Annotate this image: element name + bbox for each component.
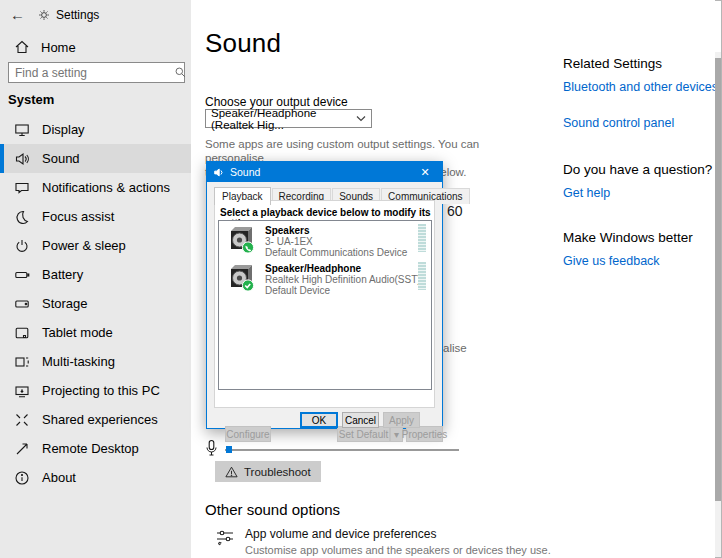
properties-button[interactable]: Properties	[406, 426, 443, 442]
search-icon[interactable]	[174, 66, 192, 79]
dialog-confirm-row: OK Cancel Apply	[207, 412, 444, 428]
device-row-speakers[interactable]: Speakers 3- UA-1EX Default Communication…	[219, 223, 431, 259]
page-scrollbar[interactable]	[715, 52, 721, 557]
related-settings-heading: Related Settings	[563, 56, 722, 71]
device-row-speaker-headphone[interactable]: Speaker/Headphone Realtek High Definitio…	[219, 261, 431, 297]
sidebar-section-label: System	[8, 92, 54, 107]
link-bluetooth-devices[interactable]: Bluetooth and other devices	[563, 80, 722, 94]
link-sound-control-panel[interactable]: Sound control panel	[563, 116, 722, 130]
playback-device-list[interactable]: Speakers 3- UA-1EX Default Communication…	[218, 220, 432, 390]
sidebar-nav: Display Sound Notifications & actions Fo…	[0, 115, 191, 492]
other-sound-options-heading: Other sound options	[205, 501, 340, 518]
sidebar-item-power-sleep[interactable]: Power & sleep	[0, 231, 191, 260]
output-device-value: Speaker/Headphone (Realtek Hig...	[211, 107, 356, 131]
sidebar-item-multitasking[interactable]: Multi-tasking	[0, 347, 191, 376]
search-box[interactable]	[8, 62, 185, 83]
storage-icon	[14, 296, 30, 312]
dialog-close-icon[interactable]: ✕	[414, 166, 436, 179]
info-icon	[14, 470, 30, 486]
back-button[interactable]: ←	[10, 6, 25, 23]
sidebar-item-label: Display	[42, 122, 85, 137]
troubleshoot-button[interactable]: Troubleshoot	[215, 461, 321, 482]
device-detail: Realtek High Definition Audio(SST)	[265, 274, 421, 285]
mic-level-fill	[226, 446, 232, 453]
sidebar: ← Settings Home	[0, 0, 191, 558]
dialog-titlebar[interactable]: Sound ✕	[207, 162, 442, 182]
sidebar-item-label: Sound	[42, 151, 80, 166]
question-heading: Do you have a question?	[563, 162, 722, 177]
speaker-icon	[14, 151, 30, 167]
sidebar-item-label: Notifications & actions	[42, 180, 170, 195]
sidebar-item-label: Multi-tasking	[42, 354, 115, 369]
warning-icon	[225, 466, 238, 478]
volume-meter	[418, 224, 426, 252]
app-titlebar: Settings	[38, 8, 99, 22]
app-volume-item[interactable]: App volume and device preferences Custom…	[215, 527, 551, 556]
sidebar-item-shared-experiences[interactable]: Shared experiences	[0, 405, 191, 434]
settings-window: ← Settings Home	[0, 0, 722, 558]
sidebar-item-label: Power & sleep	[42, 238, 126, 253]
sidebar-item-label: Storage	[42, 296, 88, 311]
ok-button[interactable]: OK	[300, 412, 338, 428]
microphone-level-row	[204, 439, 684, 461]
app-volume-title: App volume and device preferences	[245, 527, 551, 541]
apply-button[interactable]: Apply	[383, 412, 420, 428]
master-volume-value: 60	[447, 203, 463, 219]
remote-desktop-icon	[14, 441, 30, 457]
volume-meter	[418, 262, 426, 290]
phone-badge	[242, 242, 253, 253]
search-input[interactable]	[9, 66, 174, 80]
device-status: Default Communications Device	[265, 247, 407, 258]
related-settings-panel: Related Settings Bluetooth and other dev…	[563, 56, 722, 268]
link-get-help[interactable]: Get help	[563, 186, 722, 200]
sidebar-item-label: About	[42, 470, 76, 485]
sidebar-item-focus-assist[interactable]: Focus assist	[0, 202, 191, 231]
page-title: Sound	[205, 28, 281, 59]
projecting-icon	[14, 383, 30, 399]
moon-icon	[14, 209, 30, 225]
device-status: Default Device	[265, 285, 421, 296]
sidebar-item-home[interactable]: Home	[0, 34, 191, 60]
dialog-title: Sound	[230, 166, 408, 178]
device-name: Speakers	[265, 225, 407, 236]
monitor-icon	[14, 122, 30, 138]
troubleshoot-label: Troubleshoot	[244, 466, 311, 478]
feedback-heading: Make Windows better	[563, 230, 722, 245]
shared-icon	[14, 412, 30, 428]
gear-icon	[38, 9, 50, 21]
sidebar-item-projecting[interactable]: Projecting to this PC	[0, 376, 191, 405]
sidebar-item-remote-desktop[interactable]: Remote Desktop	[0, 434, 191, 463]
notifications-icon	[14, 180, 30, 196]
sidebar-item-display[interactable]: Display	[0, 115, 191, 144]
sidebar-item-tablet-mode[interactable]: Tablet mode	[0, 318, 191, 347]
app-title-text: Settings	[56, 8, 99, 22]
set-default-button[interactable]: Set Default	[337, 426, 390, 442]
sidebar-item-label: Shared experiences	[42, 412, 158, 427]
multitasking-icon	[14, 354, 30, 370]
sidebar-item-label: Tablet mode	[42, 325, 113, 340]
speaker-device-icon	[227, 262, 255, 292]
device-detail: 3- UA-1EX	[265, 236, 407, 247]
scrollbar-thumb[interactable]	[715, 58, 721, 501]
power-icon	[14, 238, 30, 254]
dialog-speaker-icon	[213, 167, 224, 178]
tab-playback[interactable]: Playback	[214, 187, 271, 205]
check-badge	[242, 280, 253, 291]
battery-icon	[14, 267, 30, 283]
chevron-down-icon	[356, 115, 366, 122]
app-volume-subtitle: Customise app volumes and the speakers o…	[245, 544, 551, 556]
sidebar-item-battery[interactable]: Battery	[0, 260, 191, 289]
output-device-dropdown[interactable]: Speaker/Headphone (Realtek Hig...	[205, 109, 372, 128]
mic-level-track	[225, 449, 459, 451]
cancel-button[interactable]: Cancel	[342, 412, 379, 428]
sidebar-item-sound[interactable]: Sound	[0, 144, 191, 173]
mixer-icon	[215, 527, 235, 556]
configure-button[interactable]: Configure	[225, 426, 271, 442]
sidebar-item-storage[interactable]: Storage	[0, 289, 191, 318]
sidebar-item-about[interactable]: About	[0, 463, 191, 492]
sidebar-item-label: Remote Desktop	[42, 441, 139, 456]
sidebar-item-notifications[interactable]: Notifications & actions	[0, 173, 191, 202]
link-give-feedback[interactable]: Give us feedback	[563, 254, 722, 268]
sidebar-item-label: Projecting to this PC	[42, 383, 160, 398]
home-label: Home	[41, 40, 76, 55]
